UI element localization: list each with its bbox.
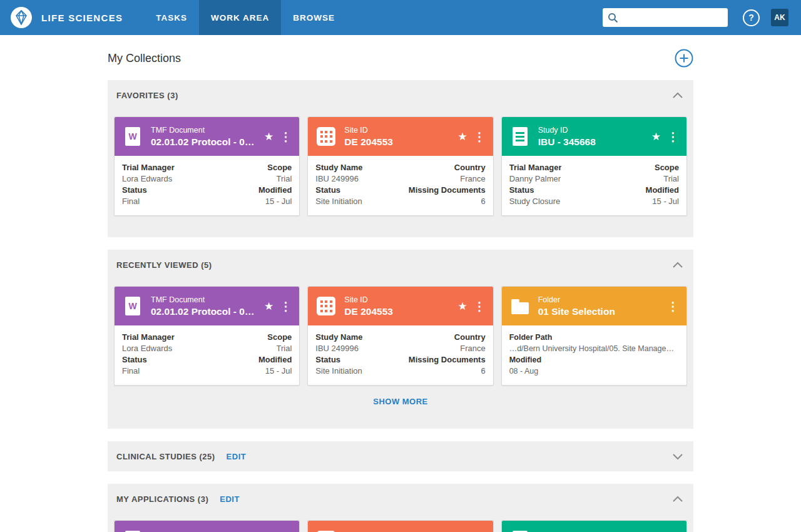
chevron-up-icon [672,262,683,269]
more-options-icon[interactable]: ⋮ [470,299,488,314]
field-value: 08 - Aug [509,366,679,377]
card-tmf-document[interactable]: W TMF Document [114,520,300,532]
show-more-row: SHOW MORE [108,386,693,429]
search-input[interactable] [622,13,723,23]
section-clinical-studies: CLINICAL STUDIES (25) EDIT [108,441,693,471]
card-header: Study ID [502,521,686,532]
field-label: Status [122,354,147,366]
favorite-star-icon[interactable]: ★ [649,130,663,143]
nav-item-tasks[interactable]: TASKS [144,0,199,35]
card-site-id[interactable]: Site ID [307,520,493,532]
word-document-icon: W [122,295,143,317]
field-value: France [460,343,485,354]
card-folder[interactable]: Folder 01 Site Selection ⋮ Folder Path …… [501,286,687,386]
collapse-button[interactable] [672,493,683,505]
more-options-icon[interactable]: ⋮ [663,299,681,314]
show-more-link[interactable]: SHOW MORE [373,397,428,406]
app-logo-icon[interactable] [10,6,33,29]
field-value: Danny Palmer [509,173,561,185]
favorite-star-icon[interactable]: ★ [262,300,276,313]
card-body: Study NameCountry IBU 249996France Statu… [308,156,492,215]
add-collection-button[interactable] [675,49,693,68]
card-body: Trial ManagerScope Lora EdwardsTrial Sta… [115,325,299,385]
card-row: W TMF Document 02.01.02 Protocol - 0081…… [108,280,693,386]
field-value: France [460,173,485,185]
card-header: W TMF Document 02.01.02 Protocol - 0081…… [115,117,299,156]
card-type-label: Site ID [344,126,451,135]
collapse-button[interactable] [672,90,683,101]
card-header: Study ID IBU - 345668 ★ ⋮ [502,117,686,156]
field-value: Trial [277,343,292,354]
card-header: Site ID DE 204553 ★ ⋮ [308,287,492,325]
field-value: Lora Edwards [122,173,172,185]
field-value: Study Closure [509,196,561,207]
more-options-icon[interactable]: ⋮ [276,299,294,314]
edit-link[interactable]: EDIT [227,452,247,461]
word-document-icon: W [122,529,143,532]
expand-button[interactable] [672,451,683,463]
user-avatar[interactable]: AK [771,9,788,26]
field-value: 15 - Jul [265,196,292,207]
search-box[interactable] [603,8,728,27]
field-label: Scope [267,332,292,343]
collapse-button[interactable] [672,259,683,271]
card-tmf-document[interactable]: W TMF Document 02.01.02 Protocol - 0081…… [114,116,300,216]
section-header: FAVORITES (3) [108,80,693,110]
study-document-icon [509,126,531,147]
building-icon [315,126,337,147]
card-title: 01 Site Selection [538,306,660,317]
field-label: Status [315,354,340,366]
field-label: Country [454,162,486,173]
nav-item-work-area[interactable]: WORK AREA [199,0,281,35]
page-title: My Collections [108,52,181,65]
card-header: W TMF Document [115,521,299,532]
field-value: Lora Edwards [122,343,172,354]
page-header: My Collections [108,35,693,80]
more-options-icon[interactable]: ⋮ [663,130,681,144]
more-options-icon[interactable]: ⋮ [276,130,294,144]
folder-icon [509,295,531,317]
card-site-id[interactable]: Site ID DE 204553 ★ ⋮ Study NameCountry … [307,116,493,216]
card-type-label: Site ID [344,295,451,304]
nav-item-browse[interactable]: BROWSE [281,0,347,35]
field-value: Site Initiation [315,366,362,377]
section-favorites: FAVORITES (3) W TMF Document 02.01.02 Pr… [108,80,693,237]
card-title: DE 204553 [344,136,451,148]
card-body: Trial ManagerScope Lora EdwardsTrial Sta… [115,156,299,215]
card-tmf-document[interactable]: W TMF Document 02.01.02 Protocol - 0081…… [114,286,300,386]
field-label: Scope [267,162,292,173]
top-nav: LIFE SCIENCES TASKS WORK AREA BROWSE ? A… [0,0,801,35]
chevron-up-icon [672,92,683,99]
section-title: FAVORITES (3) [116,91,178,100]
field-label: Study Name [315,162,362,173]
card-header: Site ID DE 204553 ★ ⋮ [308,117,492,156]
field-value: 6 [481,196,485,207]
edit-link[interactable]: EDIT [220,494,240,504]
word-document-icon: W [122,126,143,147]
field-label: Trial Manager [509,162,562,173]
field-label: Trial Manager [122,162,175,173]
field-label: Status [509,185,534,196]
field-value: Trial [277,173,292,185]
study-document-icon [509,529,531,532]
field-value: IBU 249996 [315,173,359,185]
field-label: Modified [258,354,292,366]
search-icon [608,13,618,23]
field-label: Modified [258,185,292,196]
card-header: Folder 01 Site Selection ⋮ [502,287,686,325]
card-study-id[interactable]: Study ID [501,520,687,532]
section-header: MY APPLICATIONS (3) EDIT [108,484,693,514]
card-study-id[interactable]: Study ID IBU - 345668 ★ ⋮ Trial ManagerS… [501,116,687,216]
field-label: Status [122,185,147,196]
card-row: W TMF Document 02.01.02 Protocol - 0081…… [108,110,693,237]
plus-icon [675,49,693,68]
card-site-id[interactable]: Site ID DE 204553 ★ ⋮ Study NameCountry … [307,286,493,386]
section-title: CLINICAL STUDIES (25) [116,452,215,461]
favorite-star-icon[interactable]: ★ [455,300,469,313]
help-button[interactable]: ? [743,9,760,26]
more-options-icon[interactable]: ⋮ [470,130,488,144]
favorite-star-icon[interactable]: ★ [455,130,469,143]
section-header: CLINICAL STUDIES (25) EDIT [108,441,693,471]
field-label: Country [454,332,486,343]
favorite-star-icon[interactable]: ★ [262,130,276,143]
